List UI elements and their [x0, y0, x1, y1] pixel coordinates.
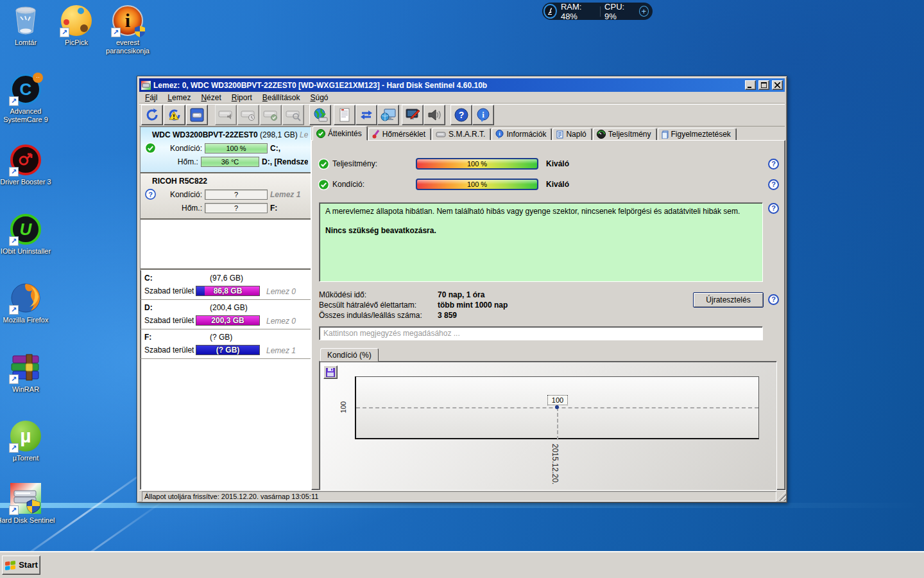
help-button[interactable]: ? [450, 105, 472, 125]
condition-label: Kondíció: [160, 144, 202, 153]
partition-size: (? GB) [210, 333, 232, 342]
help-icon[interactable]: ? [768, 179, 779, 190]
disk-item-wdc[interactable]: WDC WD3200BPVT-22ZEST0 (298,1 GB) Lemez … [141, 127, 311, 173]
tab-overview[interactable]: Áttekintés [312, 126, 368, 141]
iobit-uninstaller-icon: U ↗ [10, 214, 41, 245]
desktop-icon-firefox[interactable]: ↗ Mozilla Firefox [0, 283, 55, 324]
tab-smart[interactable]: S.M.A.R.T. [432, 128, 491, 141]
desktop-icon-winrar[interactable]: ↗ WinRAR [0, 352, 55, 394]
performance-monitor-widget[interactable]: RAM: 48% CPU: 9% + [542, 3, 653, 20]
maximize-button[interactable] [758, 80, 769, 90]
report-button[interactable] [334, 105, 355, 125]
comment-input[interactable] [319, 326, 763, 340]
chart-point-label: 100 [547, 395, 568, 405]
menu-file[interactable]: Fájl [141, 92, 162, 103]
menu-report[interactable]: Riport [227, 92, 257, 103]
status-unknown-icon: ? [143, 189, 157, 200]
widget-expand-button[interactable]: + [639, 6, 649, 17]
desktop-icon-everest[interactable]: i ↗ everest parancsikonja [98, 5, 157, 55]
disk-surface-test-button[interactable] [282, 105, 304, 125]
disk-list-empty [141, 220, 311, 268]
disk-list-sidebar: WDC WD3200BPVT-22ZEST0 (298,1 GB) Lemez … [140, 127, 311, 490]
health-action: Nincs szükség beavatkozásra. [325, 226, 757, 236]
disk-name: RICOH R5C822 [152, 177, 207, 186]
window-title: Lemez: 0, WDC WD3200BPVT-22ZEST0 [WD-WXG… [153, 81, 742, 90]
tab-temperature[interactable]: Hőmérséklet [368, 128, 431, 141]
free-space-label: Szabad terület [144, 346, 194, 355]
close-button[interactable] [772, 80, 783, 90]
chart-point-guide [557, 407, 558, 440]
tab-log[interactable]: Napló [552, 128, 592, 141]
resize-grip[interactable] [776, 491, 786, 501]
partition-tag: Lemez 0 [266, 317, 296, 326]
desktop-icon-label: µTorrent [0, 454, 55, 462]
tab-alerts[interactable]: Figyelmeztetések [658, 128, 737, 141]
refresh-alert-button[interactable] [164, 105, 185, 125]
hard-disk-sentinel-icon: ↗ [10, 483, 41, 514]
systemcare-broom-icon [543, 4, 557, 19]
retest-button[interactable]: Újratesztelés [693, 292, 764, 308]
window-titlebar[interactable]: Lemez: 0, WDC WD3200BPVT-22ZEST0 [WD-WXG… [139, 78, 785, 92]
disk-view-button[interactable] [186, 105, 208, 125]
start-button[interactable]: Start [2, 556, 40, 575]
status-text: Állapot utoljára frissítve: 2015.12.20. … [142, 491, 776, 502]
partition-d[interactable]: D:(200,4 GB) Szabad terület 200,3 GB Lem… [141, 300, 311, 329]
stat-label: Összes indulás/leállás száma: [319, 311, 422, 320]
condition-bar: 100 % [416, 179, 538, 190]
picpick-icon: ↗ [61, 5, 92, 36]
remote-monitor-button[interactable] [377, 105, 399, 125]
refresh-button[interactable] [141, 105, 163, 125]
performance-rating: Kiváló [546, 159, 569, 168]
disk-item-ricoh[interactable]: RICOH R5C822 ? Kondíció: ? Lemez 1 Hőm.:… [141, 173, 311, 220]
desktop-icon-advanced-systemcare[interactable]: C ·· ↗ Advanced SystemCare 9 [0, 74, 55, 124]
tab-performance[interactable]: Teljesítmény [593, 128, 657, 141]
condition-bar: 100 % [205, 143, 268, 153]
desktop-icon-iobit-uninstaller[interactable]: U ↗ IObit Uninstaller [0, 214, 55, 256]
minimize-button[interactable] [745, 80, 756, 90]
disk-schedule-button[interactable] [237, 105, 259, 125]
shortcut-arrow-icon: ↗ [9, 167, 19, 177]
partition-f[interactable]: F:(? GB) Szabad terület (? GB) Lemez 1 [141, 329, 311, 359]
health-message: A merevlemez állapota hibátlan. Nem talá… [325, 207, 757, 216]
desktop-icon-label: IObit Uninstaller [0, 247, 55, 256]
partition-tag: Lemez 1 [266, 346, 296, 355]
help-icon[interactable]: ? [768, 203, 779, 214]
desktop-icon-label: Advanced SystemCare 9 [0, 107, 55, 124]
network-disks-button[interactable] [309, 105, 331, 125]
sync-button[interactable] [355, 105, 377, 125]
help-icon[interactable]: ? [768, 294, 779, 305]
sound-button[interactable] [424, 105, 445, 125]
menubar: Fájl Lemez Nézet Riport Beállítások Súgó [139, 92, 785, 103]
tab-information[interactable]: iInformációk [492, 128, 552, 141]
settings-button[interactable] [402, 105, 424, 125]
chart-tab-condition[interactable]: Kondíció (%) [320, 348, 379, 362]
disk-sound-test-button[interactable] [215, 105, 237, 125]
partition-size: (97,6 GB) [210, 274, 243, 283]
desktop-icon-hard-disk-sentinel[interactable]: ↗ Hard Disk Sentinel [0, 483, 55, 525]
help-icon[interactable]: ? [768, 159, 779, 170]
cpu-usage: CPU: 9% [604, 2, 635, 21]
status-ok-icon [143, 143, 157, 153]
health-message-box: A merevlemez állapota hibátlan. Nem talá… [319, 202, 763, 282]
desktop-icon-utorrent[interactable]: µ ↗ µTorrent [0, 421, 55, 462]
start-label: Start [19, 560, 38, 570]
desktop-icon-label: everest parancsikonja [98, 39, 157, 55]
desktop-icon-picpick[interactable]: ↗ PicPick [47, 5, 106, 47]
status-ok-icon [318, 159, 329, 170]
disk-test-ok-button[interactable] [260, 105, 282, 125]
chart-plot-area: 100 100 [355, 376, 759, 439]
menu-view[interactable]: Nézet [196, 92, 225, 103]
desktop-icon-driver-booster[interactable]: ↗ Driver Booster 3 [0, 144, 55, 186]
menu-disk[interactable]: Lemez [163, 92, 195, 103]
desktop-icon-label: Hard Disk Sentinel [0, 516, 55, 525]
temperature-label: Hőm.: [160, 204, 202, 213]
info-button[interactable]: i [472, 105, 494, 125]
desktop-icon-label: Driver Booster 3 [0, 178, 55, 186]
menu-settings[interactable]: Beállítások [258, 92, 305, 103]
desktop-icon-label: PicPick [47, 39, 106, 47]
free-space-label: Szabad terület [144, 286, 194, 295]
chart-save-button[interactable] [323, 365, 338, 379]
menu-help[interactable]: Súgó [305, 92, 332, 103]
disk-volumes: D:, [Rendszer [262, 157, 308, 166]
partition-c[interactable]: C:(97,6 GB) Szabad terület 86,8 GB Lemez… [141, 270, 311, 300]
